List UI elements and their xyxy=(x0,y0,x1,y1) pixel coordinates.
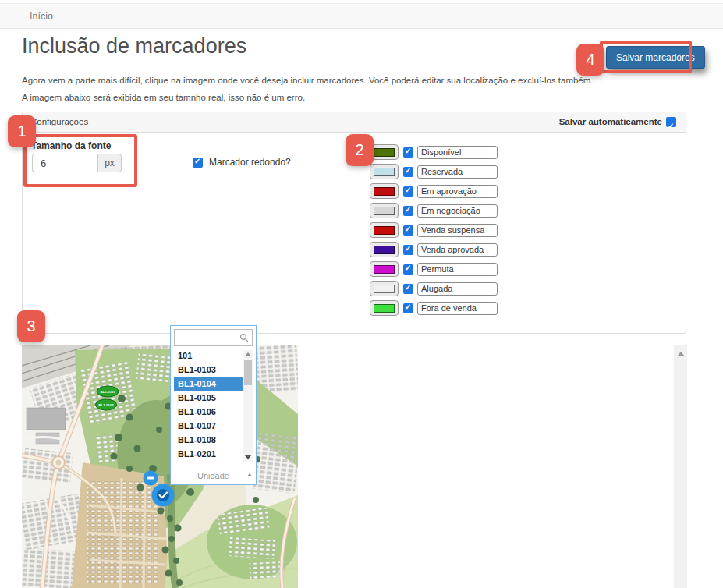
map-marker-bl1-0102[interactable]: BL1-0102 xyxy=(96,399,117,410)
unit-list-scrollbar[interactable] xyxy=(243,350,253,462)
svg-text:BL1-0102: BL1-0102 xyxy=(98,403,114,407)
status-checkbox[interactable] xyxy=(403,245,413,255)
status-color-swatch xyxy=(374,207,395,215)
status-color-swatch xyxy=(374,187,395,196)
status-label-input[interactable] xyxy=(417,263,498,276)
annotation-badge-2: 2 xyxy=(346,134,374,166)
status-color-button[interactable] xyxy=(370,222,399,238)
navbar: Início xyxy=(0,3,723,29)
status-row xyxy=(370,281,498,296)
autosave-group: Salvar automaticamente xyxy=(559,112,676,132)
map-marker-bl1-0101[interactable]: BL1-0101 xyxy=(97,386,119,397)
unit-list-item[interactable]: 101 xyxy=(174,349,253,363)
status-color-swatch xyxy=(374,304,395,313)
status-list xyxy=(370,144,498,320)
status-color-button[interactable] xyxy=(370,281,399,296)
unit-list-item[interactable]: BL1-0201 xyxy=(174,447,253,461)
scrollbar-down-icon[interactable] xyxy=(245,455,251,459)
status-checkbox[interactable] xyxy=(403,303,413,313)
status-color-swatch xyxy=(374,168,395,176)
collapse-up-icon[interactable] xyxy=(247,473,252,476)
status-color-swatch xyxy=(374,226,395,235)
svg-text:BL1-0101: BL1-0101 xyxy=(100,390,115,394)
status-row xyxy=(370,261,498,277)
page-title: Inclusão de marcadores xyxy=(22,34,246,58)
status-label-input[interactable] xyxy=(417,165,498,179)
unit-footer-label: Unidade xyxy=(197,471,229,480)
status-label-input[interactable] xyxy=(417,204,498,218)
status-checkbox[interactable] xyxy=(403,284,413,294)
save-markers-button[interactable]: Salvar marcadores xyxy=(606,46,705,69)
status-color-button[interactable] xyxy=(370,144,399,160)
status-color-button[interactable] xyxy=(370,300,399,316)
autosave-label: Salvar automaticamente xyxy=(559,112,662,132)
status-row xyxy=(370,203,498,218)
search-icon xyxy=(239,333,249,342)
font-size-input[interactable] xyxy=(32,154,97,172)
unit-search-wrap xyxy=(174,329,253,346)
status-color-swatch xyxy=(374,285,395,293)
unit-list-item[interactable]: BL1-0103 xyxy=(174,363,253,377)
status-row xyxy=(370,300,498,316)
status-color-swatch xyxy=(374,246,395,254)
intro-text: Agora vem a parte mais difícil, clique n… xyxy=(22,76,594,85)
status-checkbox[interactable] xyxy=(403,225,413,236)
status-row xyxy=(370,222,498,238)
status-color-button[interactable] xyxy=(370,203,399,218)
status-color-button[interactable] xyxy=(370,242,399,257)
status-color-button[interactable] xyxy=(370,164,399,179)
status-label-input[interactable] xyxy=(417,302,498,315)
round-marker-checkbox[interactable] xyxy=(193,158,203,168)
status-label-input[interactable] xyxy=(417,146,498,159)
annotation-badge-3: 3 xyxy=(17,310,45,342)
unit-list-item[interactable]: BL1-0105 xyxy=(174,391,253,405)
status-label-input[interactable] xyxy=(417,282,498,296)
unit-dropdown: 101 BL1-0103 BL1-0104 BL1-0105 BL1-0106 … xyxy=(170,325,257,485)
status-row xyxy=(370,164,498,179)
scrollbar-up-icon[interactable] xyxy=(245,352,251,356)
nav-home-link[interactable]: Início xyxy=(30,11,53,22)
font-size-label: Tamanho da fonte xyxy=(31,140,111,151)
status-color-button[interactable] xyxy=(370,183,399,199)
autosave-checkbox[interactable] xyxy=(666,117,676,127)
scrollbar-up-icon[interactable] xyxy=(677,352,685,356)
unit-list-item-selected[interactable]: BL1-0104 xyxy=(174,377,253,391)
status-row xyxy=(370,144,498,160)
page: Início Inclusão de marcadores Agora vem … xyxy=(0,0,723,588)
note-text: A imagem abaixo será exibida em seu tamn… xyxy=(22,93,305,102)
map-confirm-marker-icon[interactable] xyxy=(152,484,175,507)
status-color-button[interactable] xyxy=(370,261,399,277)
status-color-swatch xyxy=(374,148,395,157)
annotation-badge-4: 4 xyxy=(576,44,604,76)
status-checkbox[interactable] xyxy=(403,186,413,197)
status-color-swatch xyxy=(374,265,395,274)
status-checkbox[interactable] xyxy=(403,206,413,216)
annotation-badge-1: 1 xyxy=(8,115,36,147)
status-checkbox[interactable] xyxy=(403,167,413,177)
map-remove-marker-icon[interactable] xyxy=(144,471,158,486)
unit-list: 101 BL1-0103 BL1-0104 BL1-0105 BL1-0106 … xyxy=(174,349,253,463)
unit-list-item[interactable]: BL1-0108 xyxy=(174,433,253,447)
round-marker-label: Marcador redondo? xyxy=(209,157,291,168)
status-label-input[interactable] xyxy=(417,243,498,257)
status-label-input[interactable] xyxy=(417,224,498,237)
status-row xyxy=(370,242,498,257)
font-size-unit: px xyxy=(97,154,122,172)
scrollbar-thumb[interactable] xyxy=(244,360,252,385)
font-size-group: px xyxy=(32,154,122,172)
settings-header-label: Configurações xyxy=(30,117,88,126)
status-checkbox[interactable] xyxy=(403,147,413,158)
settings-panel-header: Configurações Salvar automaticamente xyxy=(23,112,686,133)
map-container-scrollbar[interactable] xyxy=(674,345,687,588)
unit-dropdown-footer[interactable]: Unidade xyxy=(171,466,256,484)
unit-list-item[interactable]: BL1-0106 xyxy=(174,405,253,419)
status-row xyxy=(370,183,498,199)
round-marker-group: Marcador redondo? xyxy=(193,157,291,168)
status-checkbox[interactable] xyxy=(403,264,413,275)
unit-list-item[interactable]: BL1-0107 xyxy=(174,419,253,433)
status-label-input[interactable] xyxy=(417,185,498,198)
